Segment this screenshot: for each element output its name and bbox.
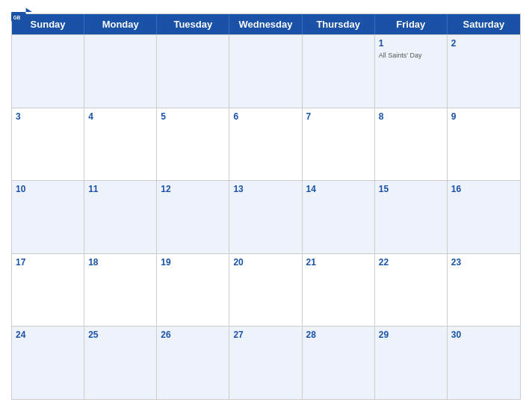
week-row: 1All Saints' Day2 (12, 34, 520, 108)
day-number: 29 (379, 330, 443, 342)
day-number: 10 (16, 184, 80, 196)
day-number: 11 (88, 184, 152, 196)
day-number: 16 (451, 184, 516, 196)
day-cell: 9 (448, 108, 520, 181)
logo: GB (11, 7, 32, 25)
day-cell: 18 (84, 254, 157, 327)
svg-marker-1 (26, 8, 32, 13)
day-cell (229, 35, 302, 108)
day-cell: 20 (229, 254, 302, 327)
week-row: 17181920212223 (12, 253, 520, 327)
day-cell: 3 (12, 108, 84, 181)
day-number: 12 (161, 184, 225, 196)
day-number: 22 (379, 257, 443, 269)
calendar-container: GB SundayMondayTuesdayWednesdayThursdayF… (0, 0, 532, 411)
day-number: 2 (451, 38, 516, 50)
day-number: 28 (306, 330, 371, 342)
day-number: 17 (16, 257, 80, 269)
day-number: 24 (16, 330, 80, 342)
day-number: 21 (306, 257, 371, 269)
day-cell: 27 (229, 327, 302, 399)
day-cell: 21 (303, 254, 375, 327)
day-cell: 7 (303, 108, 375, 181)
day-cell: 5 (157, 108, 229, 181)
day-number: 4 (88, 111, 152, 123)
day-number: 7 (306, 111, 371, 123)
day-cell (157, 35, 229, 108)
day-cell: 30 (448, 327, 520, 399)
day-header-monday: Monday (84, 14, 157, 34)
day-cell: 2 (448, 35, 520, 108)
day-cell: 11 (84, 181, 157, 253)
day-cell: 4 (84, 108, 157, 181)
day-number: 19 (161, 257, 225, 269)
day-cell: 28 (303, 327, 375, 399)
day-headers: SundayMondayTuesdayWednesdayThursdayFrid… (12, 14, 520, 34)
day-number: 27 (233, 330, 297, 342)
day-number: 14 (306, 184, 371, 196)
week-row: 3456789 (12, 108, 520, 181)
week-row: 10111213141516 (12, 180, 520, 253)
day-cell: 1All Saints' Day (375, 35, 448, 108)
day-event: All Saints' Day (379, 52, 443, 60)
day-cell (84, 35, 157, 108)
weeks-container: 1All Saints' Day234567891011121314151617… (12, 34, 520, 399)
day-cell: 15 (375, 181, 448, 253)
day-number: 5 (161, 111, 225, 123)
day-cell: 29 (375, 327, 448, 399)
day-cell: 25 (84, 327, 157, 399)
day-cell: 17 (12, 254, 84, 327)
day-cell: 10 (12, 181, 84, 253)
day-number: 26 (161, 330, 225, 342)
day-number: 1 (379, 38, 443, 50)
day-number: 23 (451, 257, 516, 269)
day-cell: 13 (229, 181, 302, 253)
day-cell: 16 (448, 181, 520, 253)
week-row: 24252627282930 (12, 326, 520, 399)
day-number: 8 (379, 111, 443, 123)
calendar-grid: SundayMondayTuesdayWednesdayThursdayFrid… (11, 13, 521, 400)
day-cell: 22 (375, 254, 448, 327)
svg-text:GB: GB (13, 15, 21, 20)
day-number: 25 (88, 330, 152, 342)
logo-icon: GB (11, 7, 32, 24)
day-cell: 14 (303, 181, 375, 253)
day-number: 15 (379, 184, 443, 196)
day-number: 20 (233, 257, 297, 269)
day-cell (303, 35, 375, 108)
day-number: 6 (233, 111, 297, 123)
day-header-saturday: Saturday (448, 14, 520, 34)
day-cell: 8 (375, 108, 448, 181)
day-cell: 6 (229, 108, 302, 181)
day-header-wednesday: Wednesday (229, 14, 302, 34)
day-number: 18 (88, 257, 152, 269)
day-cell: 24 (12, 327, 84, 399)
day-cell: 12 (157, 181, 229, 253)
day-number: 30 (451, 330, 516, 342)
day-cell: 23 (448, 254, 520, 327)
day-cell: 19 (157, 254, 229, 327)
day-cell: 26 (157, 327, 229, 399)
day-header-tuesday: Tuesday (157, 14, 229, 34)
day-header-friday: Friday (375, 14, 448, 34)
day-header-thursday: Thursday (303, 14, 375, 34)
day-number: 13 (233, 184, 297, 196)
day-cell (12, 35, 84, 108)
day-number: 3 (16, 111, 80, 123)
day-number: 9 (451, 111, 516, 123)
